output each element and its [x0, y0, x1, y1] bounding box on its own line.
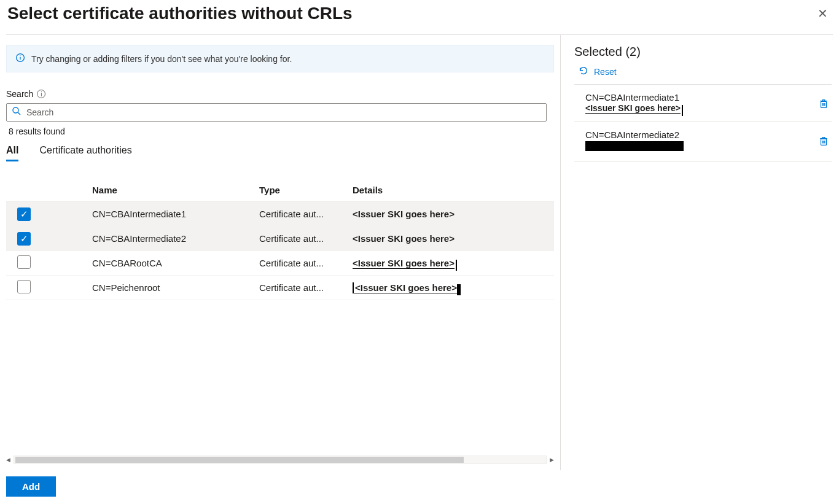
- cell-type: Certificate aut...: [259, 258, 324, 268]
- selected-item-sub: <Issuer SKI goes here>: [585, 103, 681, 114]
- svg-point-2: [20, 55, 20, 56]
- reset-button[interactable]: Reset: [578, 65, 617, 78]
- text-cursor-icon: [456, 260, 457, 271]
- selected-item-name: CN=CBAIntermediate1: [585, 92, 683, 103]
- cell-type: Certificate aut...: [259, 209, 324, 219]
- info-banner: Try changing or adding filters if you do…: [6, 45, 554, 72]
- cell-name: CN=CBAIntermediate2: [92, 233, 259, 244]
- cell-details: <Issuer SKI goes here>: [353, 258, 455, 269]
- search-box[interactable]: [6, 103, 547, 122]
- selected-item: CN=CBAIntermediate1 <Issuer SKI goes her…: [574, 85, 832, 122]
- table-header-row: Name Type Details: [6, 179, 554, 202]
- checkbox-unchecked-icon[interactable]: [17, 255, 31, 269]
- table-row[interactable]: CN=CBARootCA Certificate aut... <Issuer …: [6, 251, 554, 276]
- col-header-name[interactable]: Name: [92, 185, 259, 195]
- cell-name: CN=CBARootCA: [92, 258, 259, 268]
- search-input[interactable]: [26, 107, 541, 117]
- checkbox-checked-icon[interactable]: ✓: [17, 207, 31, 221]
- info-text: Try changing or adding filters if you do…: [31, 54, 292, 64]
- svg-line-4: [18, 112, 20, 115]
- cell-name: CN=CBAIntermediate1: [92, 209, 259, 219]
- table-row[interactable]: ✓ CN=CBAIntermediate1 Certificate aut...…: [6, 202, 554, 227]
- selected-title: Selected (2): [574, 45, 832, 59]
- vertical-divider: [560, 35, 561, 470]
- info-icon: [15, 53, 25, 64]
- cell-name: CN=Peichenroot: [92, 282, 259, 293]
- info-small-icon[interactable]: i: [37, 90, 45, 98]
- table-row[interactable]: CN=Peichenroot Certificate aut... <Issue…: [6, 276, 554, 300]
- horizontal-scrollbar[interactable]: ◀ ▶: [6, 456, 554, 464]
- results-count: 8 results found: [9, 126, 553, 136]
- selected-item: CN=CBAIntermediate2: [574, 122, 832, 161]
- scroll-left-icon[interactable]: ◀: [6, 457, 14, 463]
- cell-details: <Issuer SKI goes here>: [353, 233, 455, 244]
- scroll-thumb[interactable]: [15, 457, 464, 463]
- cell-type: Certificate aut...: [259, 282, 324, 293]
- close-button[interactable]: ✕: [814, 4, 832, 23]
- col-header-type[interactable]: Type: [259, 185, 353, 195]
- svg-point-3: [13, 107, 18, 113]
- reset-label: Reset: [594, 67, 617, 77]
- table-row[interactable]: ✓ CN=CBAIntermediate2 Certificate aut...…: [6, 227, 554, 251]
- svg-rect-16: [822, 137, 825, 138]
- cell-type: Certificate aut...: [259, 233, 324, 244]
- cell-details: <Issuer SKI goes here>: [353, 282, 457, 293]
- page-title: Select certificate authorities without C…: [7, 4, 353, 23]
- checkbox-checked-icon[interactable]: ✓: [17, 232, 31, 246]
- text-selection-icon: [457, 284, 461, 295]
- search-label: Search: [6, 89, 33, 99]
- svg-rect-10: [822, 100, 825, 101]
- redacted-text: [585, 141, 684, 151]
- tab-bar: All Certificate authorities: [6, 145, 554, 161]
- remove-selected-button[interactable]: [818, 130, 829, 149]
- selected-item-name: CN=CBAIntermediate2: [585, 130, 684, 140]
- undo-icon: [578, 65, 589, 78]
- checkbox-unchecked-icon[interactable]: [17, 280, 31, 293]
- tab-certificate-authorities[interactable]: Certificate authorities: [39, 145, 131, 161]
- search-icon: [12, 106, 21, 118]
- col-header-details[interactable]: Details: [353, 185, 554, 195]
- add-button[interactable]: Add: [6, 476, 56, 497]
- tab-all[interactable]: All: [6, 145, 18, 161]
- text-cursor-icon: [682, 105, 683, 116]
- cell-details: <Issuer SKI goes here>: [353, 209, 455, 219]
- scroll-track[interactable]: [14, 456, 547, 464]
- scroll-right-icon[interactable]: ▶: [547, 457, 554, 463]
- remove-selected-button[interactable]: [818, 92, 829, 112]
